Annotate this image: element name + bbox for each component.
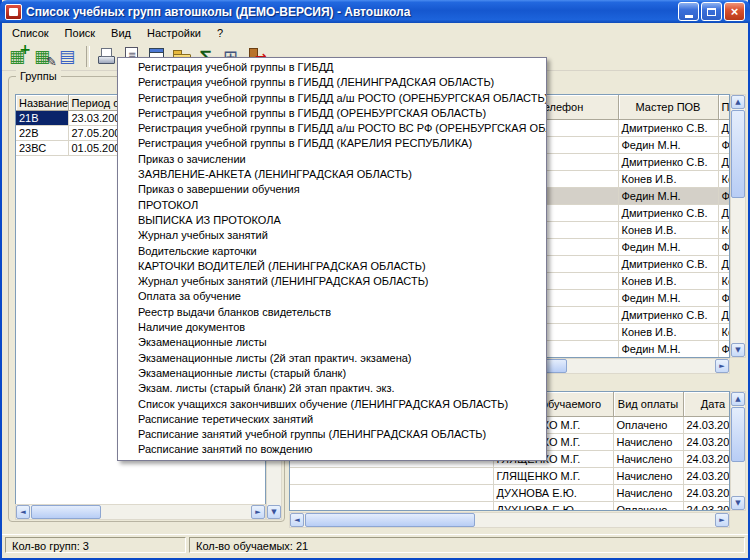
popup-menu-item[interactable]: ЗАЯВЛЕНИЕ-АНКЕТА (ЛЕНИНГРАДСКАЯ ОБЛАСТЬ) (118, 167, 546, 182)
menu-vid[interactable]: Вид (103, 24, 139, 42)
payment-type-cell: Начислено (613, 468, 683, 485)
students-vertical-scrollbar[interactable] (730, 94, 746, 358)
menu-poisk[interactable]: Поиск (57, 24, 103, 42)
popup-menu-item[interactable]: Наличие документов (118, 320, 546, 335)
scroll-thumb[interactable] (31, 505, 101, 519)
clipped-cell: Дмитриенко С.В. (718, 307, 730, 324)
menu-nastroyki[interactable]: Настройки (139, 24, 209, 42)
minimize-button[interactable] (678, 2, 699, 21)
clipped-cell: Конев И.В. (718, 222, 730, 239)
scroll-left-button[interactable] (290, 513, 304, 527)
popup-menu-item[interactable]: Оплата за обучение (118, 289, 546, 304)
payment-date-cell: 24.03.2009 (683, 468, 730, 485)
popup-menu-item[interactable]: Экзам. листы (старый бланк) 2й этап прак… (118, 381, 546, 396)
master-pov-cell: Конев И.В. (618, 273, 718, 290)
payment-date-cell: 24.03.2009 (683, 434, 730, 451)
students-card-icon (58, 46, 80, 68)
status-groups-count: Кол-во групп: 3 (5, 537, 186, 553)
master-pov-cell: Федин М.Н. (618, 290, 718, 307)
payments-table-row[interactable]: ДУХНОВА Е.Ю.Оплачено24.03.2009 (290, 502, 730, 512)
column-header[interactable]: Мастер ПОВ (618, 95, 718, 120)
toolbar-separator (86, 46, 90, 67)
popup-menu-item[interactable]: ВЫПИСКА ИЗ ПРОТОКОЛА (118, 213, 546, 228)
scroll-thumb[interactable] (305, 513, 475, 527)
popup-menu-item[interactable]: Журнал учебных занятий (118, 228, 546, 243)
scroll-down-button[interactable] (731, 496, 745, 510)
payment-type-cell: Начислено (613, 485, 683, 502)
window-title: Список учебных групп автошколы (ДЕМО-ВЕР… (26, 5, 678, 19)
scroll-thumb[interactable] (731, 110, 745, 198)
print-reports-button[interactable] (95, 45, 119, 69)
popup-menu-item[interactable]: Приказ о зачислении (118, 152, 546, 167)
popup-menu-item[interactable]: Регистрация учебной группы в ГИБДД (КАРЕ… (118, 136, 546, 151)
popup-menu-item[interactable]: Регистрация учебной группы в ГИБДД (118, 60, 546, 75)
scroll-up-button[interactable] (731, 95, 745, 109)
popup-menu-item[interactable]: Экзаменационные листы (2й этап практич. … (118, 351, 546, 366)
popup-menu-item[interactable]: Расписание занятий по вождению (118, 442, 546, 457)
scroll-down-button[interactable] (731, 343, 745, 357)
clipped-cell: Федин М.Н. (718, 290, 730, 307)
scroll-right-button[interactable] (715, 359, 729, 373)
scroll-right-button[interactable] (715, 513, 729, 527)
group-name-cell: 23ВС (16, 141, 68, 156)
app-window: Список учебных групп автошколы (ДЕМО-ВЕР… (0, 0, 750, 560)
clipped-cell: Федин М.Н. (718, 341, 730, 358)
master-pov-cell: Дмитриенко С.В. (618, 154, 718, 171)
group-name-cell: 22В (16, 126, 68, 141)
master-pov-cell: Конев И.В. (618, 324, 718, 341)
popup-menu-item[interactable]: Регистрация учебной группы в ГИБДД (ЛЕНИ… (118, 75, 546, 90)
popup-menu-item[interactable]: Водительские карточки (118, 244, 546, 259)
minimize-icon (685, 15, 693, 18)
popup-menu-item[interactable]: Регистрация учебной группы в ГИБДД а/ш Р… (118, 91, 546, 106)
scroll-up-button[interactable] (731, 392, 745, 406)
filler-cell (290, 485, 493, 502)
status-bar: Кол-во групп: 3 Кол-во обучаемых: 21 (2, 534, 748, 556)
maximize-icon (707, 8, 716, 16)
payments-table-row[interactable]: ГЛЯЩЕНКО М.Г.Начислено24.03.2009 (290, 468, 730, 485)
add-group-button[interactable] (7, 45, 31, 69)
popup-menu-item[interactable]: ПРОТОКОЛ (118, 198, 546, 213)
app-icon (5, 4, 22, 20)
popup-menu-item[interactable]: Экзаменационные листы (старый бланк) (118, 366, 546, 381)
popup-menu-item[interactable]: Приказ о завершении обучения (118, 182, 546, 197)
popup-menu-item[interactable]: КАРТОЧКИ ВОДИТЕЛЕЙ (ЛЕНИНГРАДСКАЯ ОБЛАСТ… (118, 259, 546, 274)
master-pov-cell: Дмитриенко С.В. (618, 205, 718, 222)
column-header[interactable]: Название (16, 95, 68, 111)
master-pov-cell: Конев И.В. (618, 222, 718, 239)
popup-menu-item[interactable]: Список учащихся закончивших обучение (ЛЕ… (118, 397, 546, 412)
scroll-down-button[interactable] (267, 505, 281, 519)
menu-spisok[interactable]: Список (4, 24, 57, 42)
clipped-cell: Федин М.Н. (718, 137, 730, 154)
close-button[interactable]: × (724, 2, 745, 21)
master-pov-cell: Федин М.Н. (618, 137, 718, 154)
column-header[interactable]: Вид оплаты (613, 392, 683, 417)
popup-menu-item[interactable]: Расписание теретических занятий (118, 412, 546, 427)
popup-menu-item[interactable]: Журнал учебных занятий (ЛЕНИНГРАДСКАЯ ОБ… (118, 274, 546, 289)
students-card-button[interactable] (57, 45, 81, 69)
menu-help[interactable]: ? (209, 24, 231, 42)
student-name-cell: ДУХНОВА Е.Ю. (493, 485, 613, 502)
groups-horizontal-scrollbar[interactable] (15, 504, 266, 520)
popup-menu-item[interactable]: Реестр выдачи бланков свидетельств (118, 305, 546, 320)
clipped-cell: Дмитриенко С.В. (718, 256, 730, 273)
popup-menu-item[interactable]: Регистрация учебной группы в ГИБДД (ОРЕН… (118, 106, 546, 121)
clipped-cell: Конев И.В. (718, 171, 730, 188)
payment-date-cell: 24.03.2009 (683, 451, 730, 468)
payments-table-row[interactable]: ДУХНОВА Е.Ю.Начислено24.03.2009 (290, 485, 730, 502)
popup-menu-item[interactable]: Расписание занятий учебной группы (ЛЕНИН… (118, 427, 546, 442)
scroll-left-button[interactable] (16, 505, 30, 519)
column-header[interactable]: Пр (718, 95, 730, 120)
payments-horizontal-scrollbar[interactable] (289, 512, 730, 528)
title-bar[interactable]: Список учебных групп автошколы (ДЕМО-ВЕР… (0, 0, 750, 23)
scroll-right-button[interactable] (251, 505, 265, 519)
maximize-button[interactable] (701, 2, 722, 21)
popup-menu-item[interactable]: Экзаменационные листы (118, 335, 546, 350)
groups-panel-caption: Группы (16, 70, 61, 82)
scroll-thumb[interactable] (731, 407, 745, 462)
column-header[interactable]: Дата (683, 392, 730, 417)
reports-popup-menu: Регистрация учебной группы в ГИБДДРегист… (117, 57, 547, 461)
payments-vertical-scrollbar[interactable] (730, 391, 746, 511)
popup-menu-item[interactable]: Регистрация учебной группы в ГИБДД а/ш Р… (118, 121, 546, 136)
master-pov-cell: Дмитриенко С.В. (618, 120, 718, 137)
edit-group-button[interactable] (32, 45, 56, 69)
